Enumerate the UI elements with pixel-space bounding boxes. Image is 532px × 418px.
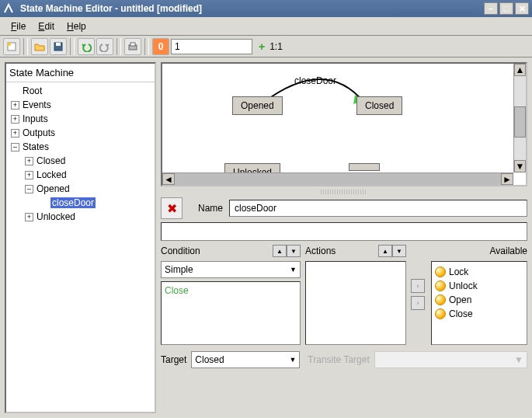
actions-up-button[interactable]: ▲ <box>378 245 392 257</box>
tree: Root +Events +Inputs +Outputs –States +C… <box>6 82 155 225</box>
delete-button[interactable]: ✖ <box>161 197 183 219</box>
svg-rect-5 <box>130 43 135 46</box>
scroll-track[interactable] <box>175 173 501 185</box>
menu-edit[interactable]: Edit <box>32 19 61 33</box>
target-value: Closed <box>195 354 224 365</box>
chevron-down-icon: ▼ <box>289 356 296 364</box>
action-icon <box>435 308 446 319</box>
menubar: File Edit Help <box>0 17 532 36</box>
app-icon <box>3 2 16 15</box>
available-item-close[interactable]: Close <box>435 307 523 321</box>
redo-button[interactable] <box>96 38 113 55</box>
available-item-open[interactable]: Open <box>435 293 523 307</box>
available-item-unlock[interactable]: Unlock <box>435 279 523 293</box>
tree-item-closed[interactable]: +Closed <box>8 154 153 168</box>
tree-panel: State Machine Root +Events +Inputs +Outp… <box>5 62 156 413</box>
condition-label: Condition <box>161 246 200 256</box>
tree-item-root[interactable]: Root <box>8 84 153 98</box>
maximize-button[interactable]: □ <box>499 2 513 15</box>
svg-rect-3 <box>56 43 61 46</box>
description-input[interactable] <box>161 222 527 241</box>
tree-item-states[interactable]: –States <box>8 140 153 154</box>
state-opened[interactable]: Opened <box>232 96 283 115</box>
tree-header: State Machine <box>6 64 155 82</box>
scroll-right-icon[interactable]: ► <box>501 173 513 185</box>
scroll-thumb[interactable] <box>514 106 526 138</box>
name-input[interactable] <box>229 200 527 217</box>
condition-list[interactable]: Close <box>161 281 301 345</box>
canvas[interactable]: Opened Closed closeDoor Unlocked ▲ ▼ ◄ ► <box>161 62 527 186</box>
menu-file[interactable]: File <box>5 19 32 33</box>
tree-item-locked[interactable]: +Locked <box>8 168 153 182</box>
actions-list[interactable] <box>305 261 406 345</box>
horizontal-scrollbar[interactable]: ◄ ► <box>162 172 513 185</box>
titlebar: State Machine Editor - untitled [modifie… <box>0 0 532 17</box>
zoom-ratio-label: 1:1 <box>269 41 283 52</box>
zoom-input[interactable] <box>171 39 252 54</box>
trans-target-label: Transite Target <box>308 354 369 365</box>
tree-item-inputs[interactable]: +Inputs <box>8 112 153 126</box>
available-item-lock[interactable]: Lock <box>435 265 523 279</box>
action-icon <box>435 294 446 305</box>
vertical-scrollbar[interactable]: ▲ ▼ <box>513 64 526 172</box>
target-combo[interactable]: Closed ▼ <box>191 351 300 368</box>
target-label: Target <box>161 354 186 365</box>
scroll-down-icon[interactable]: ▼ <box>514 160 526 172</box>
scroll-left-icon[interactable]: ◄ <box>162 173 175 185</box>
tree-item-unlocked[interactable]: +Unlocked <box>8 210 153 224</box>
svg-point-1 <box>8 43 11 46</box>
plus-icon[interactable]: + <box>259 40 265 53</box>
undo-button[interactable] <box>78 38 95 55</box>
actions-down-button[interactable]: ▼ <box>392 245 406 257</box>
condition-item[interactable]: Close <box>165 285 297 296</box>
actions-label: Actions <box>305 246 336 256</box>
name-label: Name <box>189 203 223 214</box>
close-button[interactable]: ✕ <box>515 2 529 15</box>
print-button[interactable] <box>124 38 141 55</box>
new-button[interactable] <box>3 38 20 55</box>
condition-type-combo[interactable]: Simple ▼ <box>161 261 301 278</box>
state-partial[interactable] <box>349 163 380 171</box>
scroll-up-icon[interactable]: ▲ <box>514 64 526 76</box>
condition-up-button[interactable]: ▲ <box>273 245 287 257</box>
tree-item-opened[interactable]: –Opened <box>8 182 153 196</box>
chevron-down-icon: ▼ <box>514 354 523 365</box>
origin-button[interactable]: 0 <box>152 38 169 55</box>
save-button[interactable] <box>50 38 67 55</box>
chevron-down-icon: ▼ <box>290 266 297 273</box>
action-icon <box>435 280 446 291</box>
menu-help[interactable]: Help <box>61 19 92 33</box>
condition-type-value: Simple <box>165 264 193 275</box>
available-label: Available <box>490 246 527 256</box>
move-left-button[interactable]: ‹ <box>411 279 425 293</box>
tree-item-outputs[interactable]: +Outputs <box>8 126 153 140</box>
tree-item-closedoor[interactable]: closeDoor <box>8 196 153 210</box>
splitter-grip[interactable] <box>321 190 367 194</box>
minimize-button[interactable]: – <box>484 2 498 15</box>
window-title: State Machine Editor - untitled [modifie… <box>20 3 202 14</box>
transition-label[interactable]: closeDoor <box>294 75 336 86</box>
trans-target-combo: ▼ <box>374 351 527 368</box>
available-list[interactable]: Lock Unlock Open Close <box>431 261 527 345</box>
move-right-button[interactable]: › <box>411 296 425 310</box>
condition-down-button[interactable]: ▼ <box>287 245 301 257</box>
state-closed[interactable]: Closed <box>356 96 402 115</box>
action-icon <box>435 266 446 277</box>
tree-item-events[interactable]: +Events <box>8 98 153 112</box>
toolbar: 0 + 1:1 <box>0 36 532 57</box>
open-button[interactable] <box>31 38 48 55</box>
